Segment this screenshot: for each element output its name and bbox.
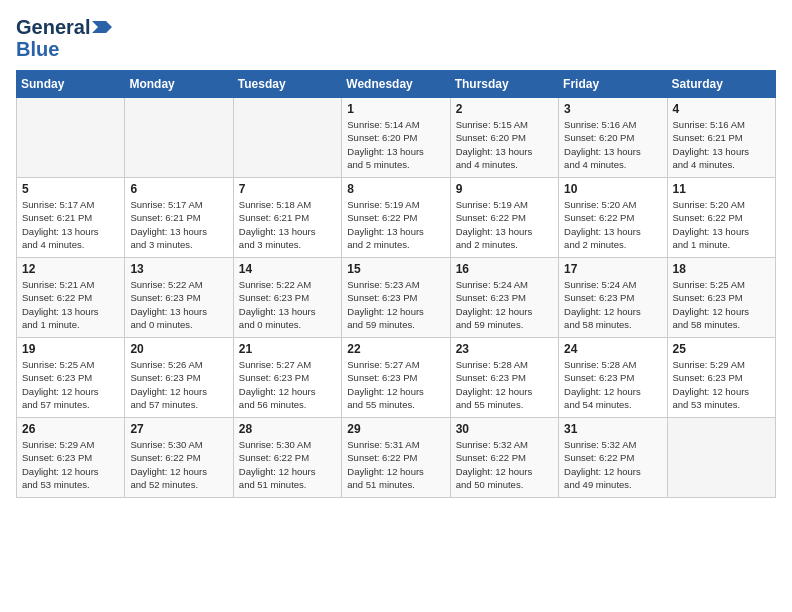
day-number: 5 bbox=[22, 182, 119, 196]
logo-icon bbox=[92, 21, 112, 33]
weekday-header: Sunday bbox=[17, 71, 125, 98]
calendar-cell: 7Sunrise: 5:18 AM Sunset: 6:21 PM Daylig… bbox=[233, 178, 341, 258]
day-info: Sunrise: 5:22 AM Sunset: 6:23 PM Dayligh… bbox=[130, 278, 227, 331]
day-info: Sunrise: 5:27 AM Sunset: 6:23 PM Dayligh… bbox=[347, 358, 444, 411]
calendar-cell: 3Sunrise: 5:16 AM Sunset: 6:20 PM Daylig… bbox=[559, 98, 667, 178]
weekday-header: Monday bbox=[125, 71, 233, 98]
day-number: 9 bbox=[456, 182, 553, 196]
day-info: Sunrise: 5:19 AM Sunset: 6:22 PM Dayligh… bbox=[347, 198, 444, 251]
day-info: Sunrise: 5:18 AM Sunset: 6:21 PM Dayligh… bbox=[239, 198, 336, 251]
calendar-cell: 29Sunrise: 5:31 AM Sunset: 6:22 PM Dayli… bbox=[342, 418, 450, 498]
calendar-cell: 2Sunrise: 5:15 AM Sunset: 6:20 PM Daylig… bbox=[450, 98, 558, 178]
day-info: Sunrise: 5:16 AM Sunset: 6:20 PM Dayligh… bbox=[564, 118, 661, 171]
day-info: Sunrise: 5:17 AM Sunset: 6:21 PM Dayligh… bbox=[130, 198, 227, 251]
day-info: Sunrise: 5:19 AM Sunset: 6:22 PM Dayligh… bbox=[456, 198, 553, 251]
day-number: 24 bbox=[564, 342, 661, 356]
day-info: Sunrise: 5:21 AM Sunset: 6:22 PM Dayligh… bbox=[22, 278, 119, 331]
day-info: Sunrise: 5:23 AM Sunset: 6:23 PM Dayligh… bbox=[347, 278, 444, 331]
calendar-cell: 22Sunrise: 5:27 AM Sunset: 6:23 PM Dayli… bbox=[342, 338, 450, 418]
day-number: 2 bbox=[456, 102, 553, 116]
day-number: 27 bbox=[130, 422, 227, 436]
calendar-cell: 26Sunrise: 5:29 AM Sunset: 6:23 PM Dayli… bbox=[17, 418, 125, 498]
day-number: 19 bbox=[22, 342, 119, 356]
day-info: Sunrise: 5:27 AM Sunset: 6:23 PM Dayligh… bbox=[239, 358, 336, 411]
calendar-cell: 1Sunrise: 5:14 AM Sunset: 6:20 PM Daylig… bbox=[342, 98, 450, 178]
day-number: 15 bbox=[347, 262, 444, 276]
day-info: Sunrise: 5:17 AM Sunset: 6:21 PM Dayligh… bbox=[22, 198, 119, 251]
calendar-week-row: 26Sunrise: 5:29 AM Sunset: 6:23 PM Dayli… bbox=[17, 418, 776, 498]
logo-blue-text: Blue bbox=[16, 38, 59, 60]
day-number: 31 bbox=[564, 422, 661, 436]
calendar-cell: 4Sunrise: 5:16 AM Sunset: 6:21 PM Daylig… bbox=[667, 98, 775, 178]
day-info: Sunrise: 5:32 AM Sunset: 6:22 PM Dayligh… bbox=[456, 438, 553, 491]
calendar-week-row: 19Sunrise: 5:25 AM Sunset: 6:23 PM Dayli… bbox=[17, 338, 776, 418]
day-info: Sunrise: 5:24 AM Sunset: 6:23 PM Dayligh… bbox=[456, 278, 553, 331]
calendar-cell: 31Sunrise: 5:32 AM Sunset: 6:22 PM Dayli… bbox=[559, 418, 667, 498]
day-info: Sunrise: 5:28 AM Sunset: 6:23 PM Dayligh… bbox=[564, 358, 661, 411]
day-number: 26 bbox=[22, 422, 119, 436]
calendar-week-row: 5Sunrise: 5:17 AM Sunset: 6:21 PM Daylig… bbox=[17, 178, 776, 258]
day-number: 28 bbox=[239, 422, 336, 436]
day-number: 12 bbox=[22, 262, 119, 276]
day-info: Sunrise: 5:28 AM Sunset: 6:23 PM Dayligh… bbox=[456, 358, 553, 411]
day-number: 25 bbox=[673, 342, 770, 356]
calendar-cell: 14Sunrise: 5:22 AM Sunset: 6:23 PM Dayli… bbox=[233, 258, 341, 338]
weekday-header: Tuesday bbox=[233, 71, 341, 98]
calendar-cell bbox=[667, 418, 775, 498]
weekday-header: Saturday bbox=[667, 71, 775, 98]
calendar-table: SundayMondayTuesdayWednesdayThursdayFrid… bbox=[16, 70, 776, 498]
day-number: 21 bbox=[239, 342, 336, 356]
calendar-cell: 12Sunrise: 5:21 AM Sunset: 6:22 PM Dayli… bbox=[17, 258, 125, 338]
calendar-cell: 10Sunrise: 5:20 AM Sunset: 6:22 PM Dayli… bbox=[559, 178, 667, 258]
day-number: 10 bbox=[564, 182, 661, 196]
calendar-cell: 28Sunrise: 5:30 AM Sunset: 6:22 PM Dayli… bbox=[233, 418, 341, 498]
logo-text: General bbox=[16, 16, 90, 38]
calendar-cell: 15Sunrise: 5:23 AM Sunset: 6:23 PM Dayli… bbox=[342, 258, 450, 338]
calendar-cell bbox=[17, 98, 125, 178]
calendar-cell: 30Sunrise: 5:32 AM Sunset: 6:22 PM Dayli… bbox=[450, 418, 558, 498]
page-header: General Blue bbox=[16, 16, 776, 60]
day-info: Sunrise: 5:16 AM Sunset: 6:21 PM Dayligh… bbox=[673, 118, 770, 171]
day-info: Sunrise: 5:20 AM Sunset: 6:22 PM Dayligh… bbox=[564, 198, 661, 251]
day-number: 14 bbox=[239, 262, 336, 276]
day-info: Sunrise: 5:29 AM Sunset: 6:23 PM Dayligh… bbox=[673, 358, 770, 411]
day-number: 7 bbox=[239, 182, 336, 196]
logo: General Blue bbox=[16, 16, 112, 60]
calendar-cell: 13Sunrise: 5:22 AM Sunset: 6:23 PM Dayli… bbox=[125, 258, 233, 338]
calendar-cell: 24Sunrise: 5:28 AM Sunset: 6:23 PM Dayli… bbox=[559, 338, 667, 418]
day-number: 17 bbox=[564, 262, 661, 276]
calendar-week-row: 12Sunrise: 5:21 AM Sunset: 6:22 PM Dayli… bbox=[17, 258, 776, 338]
day-number: 6 bbox=[130, 182, 227, 196]
calendar-cell: 5Sunrise: 5:17 AM Sunset: 6:21 PM Daylig… bbox=[17, 178, 125, 258]
day-info: Sunrise: 5:20 AM Sunset: 6:22 PM Dayligh… bbox=[673, 198, 770, 251]
calendar-cell: 6Sunrise: 5:17 AM Sunset: 6:21 PM Daylig… bbox=[125, 178, 233, 258]
calendar-cell: 21Sunrise: 5:27 AM Sunset: 6:23 PM Dayli… bbox=[233, 338, 341, 418]
day-number: 20 bbox=[130, 342, 227, 356]
day-info: Sunrise: 5:24 AM Sunset: 6:23 PM Dayligh… bbox=[564, 278, 661, 331]
day-number: 22 bbox=[347, 342, 444, 356]
day-number: 11 bbox=[673, 182, 770, 196]
day-number: 18 bbox=[673, 262, 770, 276]
calendar-cell: 19Sunrise: 5:25 AM Sunset: 6:23 PM Dayli… bbox=[17, 338, 125, 418]
day-number: 8 bbox=[347, 182, 444, 196]
day-number: 4 bbox=[673, 102, 770, 116]
day-number: 1 bbox=[347, 102, 444, 116]
calendar-cell: 8Sunrise: 5:19 AM Sunset: 6:22 PM Daylig… bbox=[342, 178, 450, 258]
weekday-header: Thursday bbox=[450, 71, 558, 98]
day-info: Sunrise: 5:32 AM Sunset: 6:22 PM Dayligh… bbox=[564, 438, 661, 491]
calendar-header-row: SundayMondayTuesdayWednesdayThursdayFrid… bbox=[17, 71, 776, 98]
day-info: Sunrise: 5:25 AM Sunset: 6:23 PM Dayligh… bbox=[22, 358, 119, 411]
day-number: 29 bbox=[347, 422, 444, 436]
calendar-cell: 20Sunrise: 5:26 AM Sunset: 6:23 PM Dayli… bbox=[125, 338, 233, 418]
day-info: Sunrise: 5:26 AM Sunset: 6:23 PM Dayligh… bbox=[130, 358, 227, 411]
day-info: Sunrise: 5:31 AM Sunset: 6:22 PM Dayligh… bbox=[347, 438, 444, 491]
calendar-cell: 25Sunrise: 5:29 AM Sunset: 6:23 PM Dayli… bbox=[667, 338, 775, 418]
weekday-header: Friday bbox=[559, 71, 667, 98]
day-info: Sunrise: 5:14 AM Sunset: 6:20 PM Dayligh… bbox=[347, 118, 444, 171]
day-number: 3 bbox=[564, 102, 661, 116]
day-number: 16 bbox=[456, 262, 553, 276]
calendar-cell: 11Sunrise: 5:20 AM Sunset: 6:22 PM Dayli… bbox=[667, 178, 775, 258]
svg-marker-0 bbox=[92, 21, 112, 33]
calendar-cell: 9Sunrise: 5:19 AM Sunset: 6:22 PM Daylig… bbox=[450, 178, 558, 258]
day-info: Sunrise: 5:29 AM Sunset: 6:23 PM Dayligh… bbox=[22, 438, 119, 491]
